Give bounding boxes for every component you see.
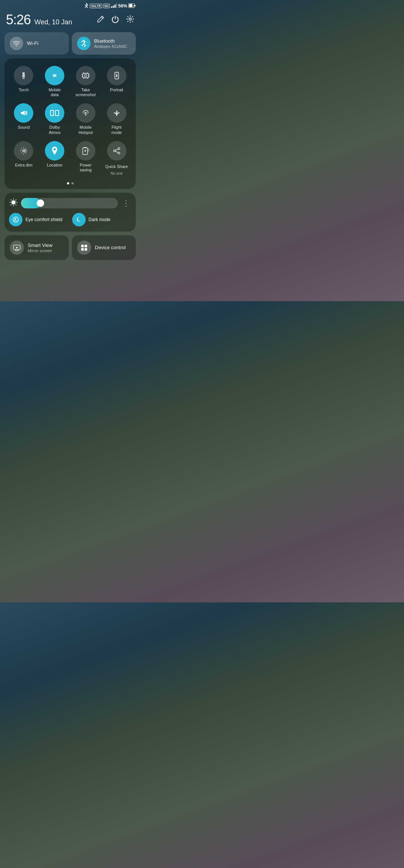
brightness-more-button[interactable]: ⋮ xyxy=(121,199,131,208)
smart-view-icon-circle xyxy=(10,241,24,255)
extra-dim-tile[interactable]: Extra dim xyxy=(9,140,39,178)
power-saving-tile[interactable]: Powersaving xyxy=(71,140,101,178)
quick-share-info: Quick Share No one xyxy=(105,163,128,176)
flight-label: Flightmode xyxy=(111,125,122,135)
svg-point-28 xyxy=(118,147,120,149)
page-dot-2 xyxy=(71,182,74,184)
svg-marker-18 xyxy=(21,110,25,116)
mobile-data-label: Mobiledata xyxy=(49,88,61,97)
svg-point-9 xyxy=(16,46,17,46)
smart-view-label: Smart View xyxy=(28,242,52,248)
settings-icon[interactable] xyxy=(126,15,134,25)
svg-text:A: A xyxy=(14,218,17,222)
svg-rect-10 xyxy=(22,72,25,75)
power-icon[interactable] xyxy=(111,15,119,25)
portrait-tile[interactable]: Portrait xyxy=(102,64,131,99)
dark-mode-icon-circle xyxy=(72,213,86,226)
brightness-slider[interactable] xyxy=(21,198,118,208)
svg-rect-13 xyxy=(83,73,89,78)
smart-view-info: Smart View Mirror screen xyxy=(28,242,52,253)
svg-marker-36 xyxy=(16,247,18,249)
svg-point-29 xyxy=(113,150,115,152)
svg-rect-39 xyxy=(81,248,84,251)
pencil-icon[interactable] xyxy=(97,15,104,25)
header-controls xyxy=(97,15,134,25)
torch-tile[interactable]: Torch xyxy=(9,64,39,99)
status-bar: VoLTE 5G 56% ⚡ xyxy=(0,0,140,10)
status-icons: VoLTE 5G 56% ⚡ xyxy=(84,3,136,9)
comfort-row: A Eye comfort shield Dark mode xyxy=(9,213,131,226)
svg-rect-22 xyxy=(56,111,58,115)
bottom-row: Smart View Mirror screen Device control xyxy=(0,235,140,265)
power-saving-icon-circle xyxy=(76,141,95,161)
mobile-data-icon-circle xyxy=(45,66,64,85)
dolby-tile[interactable]: DolbyAtmos xyxy=(40,102,70,136)
svg-rect-0 xyxy=(111,6,112,8)
eye-comfort-icon-circle: A xyxy=(9,213,22,226)
bluetooth-icon-circle xyxy=(77,37,91,50)
page-dots xyxy=(9,182,131,184)
torch-icon-circle xyxy=(14,66,33,85)
svg-point-25 xyxy=(53,148,56,150)
screenshot-label: Takescreenshot xyxy=(76,88,96,97)
svg-point-31 xyxy=(12,201,15,204)
torch-label: Torch xyxy=(19,88,29,92)
svg-rect-5 xyxy=(129,4,132,7)
power-saving-label: Powersaving xyxy=(80,163,92,172)
quick-share-tile[interactable]: Quick Share No one xyxy=(102,140,131,178)
svg-rect-16 xyxy=(116,75,117,77)
svg-rect-37 xyxy=(81,245,84,247)
svg-rect-2 xyxy=(114,4,116,8)
battery-icon: ⚡ xyxy=(128,3,136,9)
portrait-label: Portrait xyxy=(110,88,123,92)
bluetooth-status-icon xyxy=(84,3,89,9)
bluetooth-info: Bluetooth Airdopes 411ANC xyxy=(94,38,127,49)
bluetooth-label: Bluetooth xyxy=(94,38,127,44)
bluetooth-sublabel: Airdopes 411ANC xyxy=(94,44,127,49)
svg-rect-3 xyxy=(116,3,117,8)
extra-dim-label: Extra dim xyxy=(15,163,32,168)
portrait-icon-circle xyxy=(107,66,126,85)
svg-rect-40 xyxy=(85,248,87,251)
hotspot-icon-circle xyxy=(76,103,95,123)
extra-dim-icon-circle xyxy=(14,141,33,161)
quick-tiles-panel: Torch Mobiledata Takescreenshot xyxy=(4,58,136,189)
svg-point-30 xyxy=(118,152,120,154)
smart-view-button[interactable]: Smart View Mirror screen xyxy=(4,235,69,260)
dolby-label: DolbyAtmos xyxy=(49,125,61,135)
svg-rect-12 xyxy=(23,77,24,78)
fiveg-icon: 5G xyxy=(103,4,110,8)
svg-point-8 xyxy=(129,18,131,20)
hotspot-tile[interactable]: MobileHotspot xyxy=(71,102,101,136)
eye-comfort-toggle[interactable]: A Eye comfort shield xyxy=(9,213,68,226)
smart-view-sublabel: Mirror screen xyxy=(28,248,52,253)
device-control-button[interactable]: Device control xyxy=(72,235,136,260)
brightness-knob xyxy=(37,199,44,207)
quick-share-sublabel: No one xyxy=(111,171,123,175)
wifi-icon-circle xyxy=(10,37,23,50)
svg-rect-27 xyxy=(84,147,86,148)
location-tile[interactable]: Location xyxy=(40,140,70,178)
quick-tiles-grid: Torch Mobiledata Takescreenshot xyxy=(9,64,131,178)
brightness-panel: ⋮ A Eye comfort shield Dark mode xyxy=(4,193,136,232)
eye-comfort-label: Eye comfort shield xyxy=(25,217,62,222)
flight-tile[interactable]: Flightmode xyxy=(102,102,131,136)
hotspot-label: MobileHotspot xyxy=(79,125,93,135)
sound-label: Sound xyxy=(18,125,30,130)
location-label: Location xyxy=(47,163,62,168)
svg-point-14 xyxy=(85,74,87,77)
page-dot-1 xyxy=(67,182,69,184)
svg-rect-38 xyxy=(85,245,87,247)
dark-mode-toggle[interactable]: Dark mode xyxy=(72,213,132,226)
screenshot-icon-circle xyxy=(76,66,95,85)
dark-mode-label: Dark mode xyxy=(89,217,111,222)
dolby-icon-circle xyxy=(45,103,64,123)
bluetooth-toggle[interactable]: Bluetooth Airdopes 411ANC xyxy=(72,32,136,55)
wifi-toggle[interactable]: Wi-Fi xyxy=(4,32,69,55)
clock-time: 5:26 xyxy=(6,12,31,28)
svg-rect-1 xyxy=(113,6,114,8)
mobile-data-tile[interactable]: Mobiledata xyxy=(40,64,70,99)
quick-share-label: Quick Share xyxy=(105,164,128,169)
screenshot-tile[interactable]: Takescreenshot xyxy=(71,64,101,99)
sound-tile[interactable]: Sound xyxy=(9,102,39,136)
